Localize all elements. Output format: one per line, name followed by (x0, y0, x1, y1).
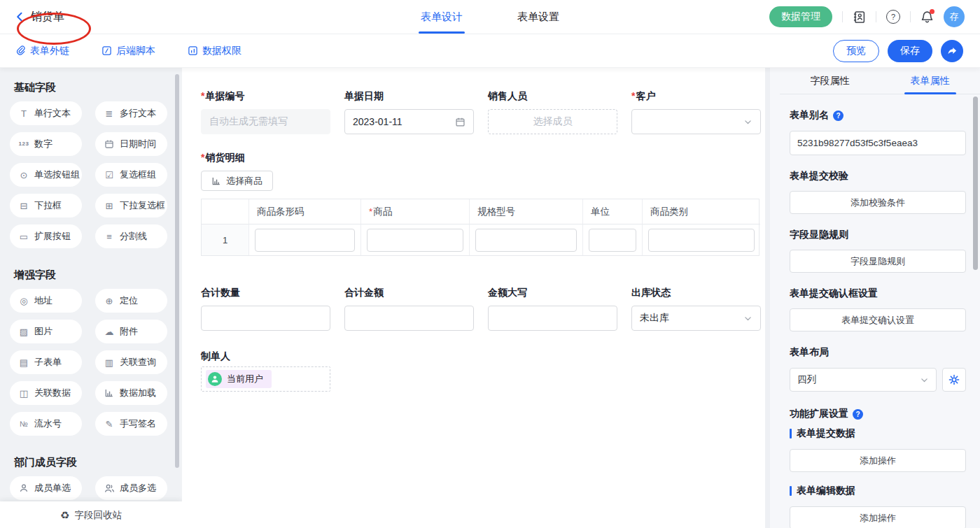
data-permission-link[interactable]: 数据权限 (188, 45, 241, 57)
field-item-number[interactable]: 123数字 (10, 132, 82, 156)
header-label: 商品 (373, 206, 392, 218)
field-item-location[interactable]: ⊕定位 (95, 289, 167, 313)
tab-form-design[interactable]: 表单设计 (421, 0, 463, 34)
add-validation-button[interactable]: 添加校验条件 (790, 191, 966, 214)
field-item-linked-data[interactable]: ◫关联数据 (10, 381, 82, 405)
edit-data-subheading: 表单编辑数据 (790, 485, 966, 497)
unit-cell (583, 224, 643, 255)
tab-field-properties[interactable]: 字段属性 (780, 68, 880, 94)
total-amount-input[interactable] (344, 306, 474, 331)
field-item-member-single[interactable]: 成员单选 (10, 476, 82, 500)
spec-input[interactable] (475, 229, 577, 252)
field-total-qty[interactable]: 合计数量 (201, 286, 330, 331)
page-title: 销货单 (31, 10, 64, 24)
bill-date-input[interactable]: 2023-01-11 (344, 109, 474, 134)
pin-icon: ◎ (18, 297, 29, 306)
field-amount-words[interactable]: 金额大写 (488, 286, 617, 331)
field-creator[interactable]: 制单人 当前用户 (201, 350, 765, 392)
backend-script-link[interactable]: 后端脚本 (102, 45, 155, 57)
top-header: 销货单 表单设计 表单设置 数据管理 ? 存 (0, 0, 980, 34)
field-label: 单据日期 (344, 90, 384, 101)
field-total-amount[interactable]: 合计金额 (344, 286, 474, 331)
customer-select[interactable] (631, 109, 761, 134)
data-manage-button[interactable]: 数据管理 (769, 6, 832, 27)
contacts-icon[interactable] (853, 10, 866, 24)
preview-button[interactable]: 预览 (833, 40, 879, 62)
category-input[interactable] (648, 229, 755, 252)
detail-table: 商品条形码 *商品 规格型号 单位 商品类别 1 (201, 199, 760, 256)
share-button[interactable] (941, 40, 963, 62)
layout-select[interactable]: 四列 (790, 368, 937, 392)
field-item-datetime[interactable]: 日期时间 (95, 132, 167, 156)
link-label: 数据权限 (202, 45, 241, 57)
field-item-lookup[interactable]: ▥关联查询 (95, 350, 167, 374)
field-item-member-multi[interactable]: 成员多选 (95, 476, 167, 500)
tab-form-properties[interactable]: 表单属性 (880, 68, 980, 94)
field-item-data-load[interactable]: 数据加载 (95, 381, 167, 405)
field-item-label: 附件 (120, 325, 138, 338)
field-item-label: 多行文本 (120, 107, 156, 120)
field-salesperson[interactable]: 销售人员 选择成员 (488, 90, 617, 134)
field-item-label: 手写签名 (120, 418, 156, 430)
form-alias-input[interactable]: 5231b98277d53f5c3f5eaea3 (790, 131, 966, 155)
help-icon[interactable]: ? (886, 10, 900, 24)
field-stock-status[interactable]: 出库状态 未出库 (631, 286, 761, 331)
form-external-link[interactable]: 表单外链 (15, 45, 69, 57)
field-item-attachment[interactable]: ☁附件 (95, 320, 167, 343)
barcode-input[interactable] (255, 229, 355, 252)
field-item-address[interactable]: ◎地址 (10, 289, 82, 313)
field-bill-no[interactable]: *单据编号 自动生成无需填写 (201, 90, 330, 134)
field-visibility-button[interactable]: 字段显隐规则 (790, 250, 966, 273)
total-qty-input[interactable] (201, 306, 330, 331)
field-item-label: 扩展按钮 (34, 230, 71, 243)
field-item-multi-text[interactable]: ≣多行文本 (95, 101, 167, 125)
sidebar-scrollbar[interactable] (175, 74, 179, 468)
field-item-subform[interactable]: ▤子表单 (10, 350, 82, 374)
calendar-icon (104, 139, 115, 149)
category-cell (643, 224, 760, 255)
add-action-submit-button[interactable]: 添加操作 (790, 449, 966, 472)
field-item-extend-button[interactable]: ▭扩展按钮 (10, 224, 82, 248)
back-icon[interactable] (14, 11, 25, 22)
amount-words-input[interactable] (488, 306, 617, 331)
section-title-basic: 基础字段 (14, 81, 182, 94)
submit-confirm-button[interactable]: 表单提交确认设置 (790, 308, 966, 331)
layout-settings-button[interactable] (942, 368, 966, 392)
field-item-checkbox-group[interactable]: ☑复选框组 (95, 163, 167, 187)
help-icon[interactable]: ? (833, 110, 844, 121)
radio-icon: ⊙ (18, 171, 29, 180)
bill-no-input[interactable]: 自动生成无需填写 (201, 109, 330, 134)
field-label: 制单人 (201, 350, 230, 362)
creator-picker[interactable]: 当前用户 (201, 366, 330, 392)
save-button[interactable]: 保存 (888, 40, 932, 62)
unit-input[interactable] (589, 229, 636, 252)
field-item-label: 流水号 (34, 418, 62, 430)
select-product-button[interactable]: 选择商品 (201, 171, 273, 191)
divider (876, 11, 876, 22)
field-item-select[interactable]: ⊟下拉框 (10, 194, 82, 217)
field-item-radio-group[interactable]: ⊙单选按钮组 (10, 163, 82, 187)
field-item-serial-number[interactable]: №流水号 (10, 412, 82, 436)
label-text: 表单提交校验 (790, 170, 848, 183)
help-icon[interactable]: ? (853, 409, 863, 420)
field-sidebar: 基础字段 T单行文本 ≣多行文本 123数字 日期时间 ⊙单选按钮组 ☑复选框组… (0, 68, 182, 528)
table-header-row: 商品条形码 *商品 规格型号 单位 商品类别 (202, 199, 759, 224)
tab-form-settings[interactable]: 表单设置 (517, 0, 559, 34)
field-item-signature[interactable]: ✎手写签名 (95, 412, 167, 436)
chevron-down-icon (743, 314, 752, 323)
field-item-divider[interactable]: ≡分割线 (95, 224, 167, 248)
notification-bell-icon[interactable] (920, 10, 934, 24)
field-recycle-bin[interactable]: ♻ 字段回收站 (0, 501, 182, 528)
label-text: 表单提交确认框设置 (790, 287, 878, 300)
stock-status-select[interactable]: 未出库 (631, 306, 761, 331)
salesperson-picker[interactable]: 选择成员 (488, 109, 617, 134)
field-item-multi-select[interactable]: ⊞下拉复选框 (95, 194, 167, 217)
field-customer[interactable]: *客户 (631, 90, 761, 134)
user-avatar[interactable]: 存 (944, 6, 965, 27)
add-action-edit-button[interactable]: 添加操作 (790, 506, 966, 528)
field-item-image[interactable]: ▨图片 (10, 320, 82, 343)
field-bill-date[interactable]: 单据日期 2023-01-11 (344, 90, 474, 134)
field-item-single-text[interactable]: T单行文本 (10, 101, 82, 125)
product-input[interactable] (367, 229, 463, 252)
panel-scrollbar[interactable] (973, 97, 978, 270)
